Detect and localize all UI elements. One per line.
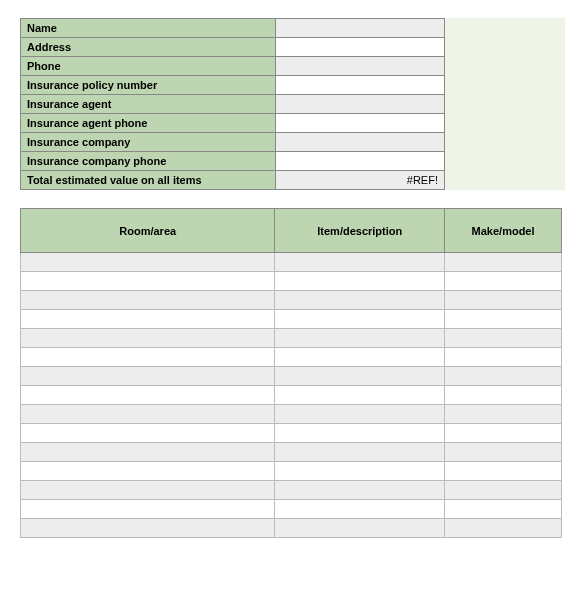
items-cell[interactable] [445,310,562,329]
info-row: Phone [21,57,445,76]
items-row [21,272,562,291]
info-table: NameAddressPhoneInsurance policy numberI… [20,18,445,190]
info-row: Insurance agent phone [21,114,445,133]
items-cell[interactable] [275,519,445,538]
items-cell[interactable] [21,481,275,500]
items-cell[interactable] [21,519,275,538]
info-label: Insurance policy number [21,76,276,95]
items-cell[interactable] [275,367,445,386]
items-cell[interactable] [21,462,275,481]
items-cell[interactable] [21,386,275,405]
items-cell[interactable] [445,348,562,367]
items-row [21,443,562,462]
items-cell[interactable] [21,348,275,367]
info-value[interactable] [276,19,445,38]
items-cell[interactable] [275,405,445,424]
header-make: Make/model [445,209,562,253]
info-label: Insurance company phone [21,152,276,171]
info-value[interactable] [276,57,445,76]
total-label: Total estimated value on all items [21,171,276,190]
total-value: #REF! [276,171,445,190]
items-cell[interactable] [21,443,275,462]
info-label: Insurance company [21,133,276,152]
items-cell[interactable] [445,291,562,310]
items-row [21,500,562,519]
items-cell[interactable] [275,272,445,291]
header-item: Item/description [275,209,445,253]
items-row [21,310,562,329]
items-cell[interactable] [275,462,445,481]
items-cell[interactable] [445,424,562,443]
items-cell[interactable] [21,367,275,386]
items-cell[interactable] [445,500,562,519]
info-value[interactable] [276,133,445,152]
info-row: Insurance company [21,133,445,152]
items-cell[interactable] [445,405,562,424]
info-row: Name [21,19,445,38]
items-row [21,291,562,310]
items-row [21,348,562,367]
items-cell[interactable] [445,462,562,481]
document-page: NameAddressPhoneInsurance policy numberI… [0,0,585,556]
info-row: Insurance company phone [21,152,445,171]
info-total-row: Total estimated value on all items#REF! [21,171,445,190]
items-row [21,367,562,386]
items-cell[interactable] [275,443,445,462]
info-value[interactable] [276,114,445,133]
info-label: Name [21,19,276,38]
items-cell[interactable] [445,443,562,462]
items-cell[interactable] [21,405,275,424]
items-cell[interactable] [21,272,275,291]
items-cell[interactable] [275,386,445,405]
header-room: Room/area [21,209,275,253]
items-cell[interactable] [445,272,562,291]
info-label: Insurance agent phone [21,114,276,133]
items-cell[interactable] [21,500,275,519]
items-row [21,253,562,272]
info-row: Address [21,38,445,57]
info-label: Phone [21,57,276,76]
items-cell[interactable] [445,253,562,272]
items-cell[interactable] [21,329,275,348]
items-row [21,329,562,348]
items-header-row: Room/area Item/description Make/model [21,209,562,253]
items-cell[interactable] [275,329,445,348]
items-cell[interactable] [275,481,445,500]
info-value[interactable] [276,76,445,95]
items-cell[interactable] [445,481,562,500]
items-row [21,405,562,424]
items-cell[interactable] [275,348,445,367]
top-section: NameAddressPhoneInsurance policy numberI… [20,18,565,190]
items-table: Room/area Item/description Make/model [20,208,562,538]
items-cell[interactable] [275,291,445,310]
items-row [21,519,562,538]
items-cell[interactable] [21,424,275,443]
info-value[interactable] [276,38,445,57]
items-cell[interactable] [275,424,445,443]
items-row [21,481,562,500]
items-cell[interactable] [275,253,445,272]
items-cell[interactable] [21,253,275,272]
info-label: Address [21,38,276,57]
items-cell[interactable] [275,310,445,329]
info-row: Insurance agent [21,95,445,114]
items-cell[interactable] [21,310,275,329]
items-cell[interactable] [21,291,275,310]
info-row: Insurance policy number [21,76,445,95]
items-row [21,424,562,443]
info-value[interactable] [276,95,445,114]
info-value[interactable] [276,152,445,171]
items-cell[interactable] [275,500,445,519]
side-block [445,18,565,190]
items-row [21,462,562,481]
items-cell[interactable] [445,519,562,538]
items-row [21,386,562,405]
items-cell[interactable] [445,329,562,348]
items-cell[interactable] [445,367,562,386]
info-label: Insurance agent [21,95,276,114]
items-cell[interactable] [445,386,562,405]
